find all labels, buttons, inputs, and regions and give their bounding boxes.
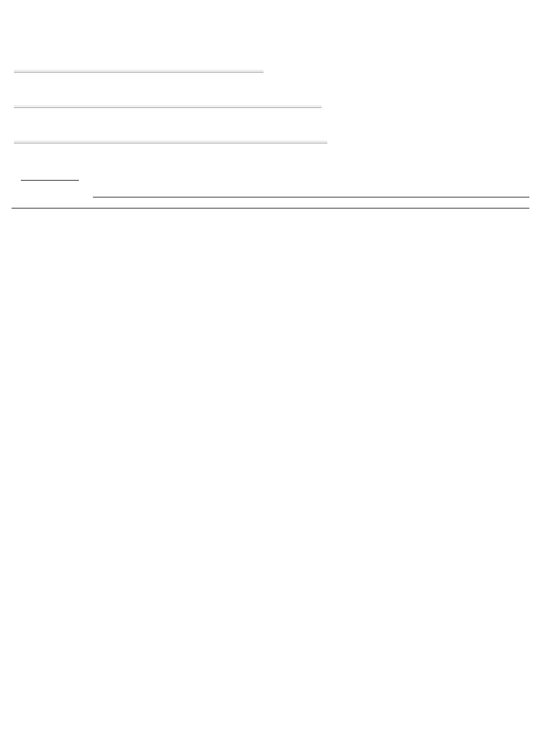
question-4-header	[0, 141, 534, 143]
q2-option-d[interactable]	[63, 89, 534, 98]
question-3-number	[0, 105, 14, 107]
judge-1-wrong[interactable]	[273, 218, 482, 226]
q5-option-d[interactable]	[93, 196, 529, 197]
question-3-text	[14, 105, 322, 108]
question-3-header	[0, 105, 534, 108]
judge-1-correct[interactable]	[64, 218, 273, 226]
question-5-text	[21, 174, 534, 183]
question-2-number	[0, 70, 14, 72]
q3-option-d[interactable]	[63, 124, 534, 134]
question-2-text	[14, 70, 264, 73]
question-4-text	[14, 141, 327, 143]
question-4-number	[0, 141, 14, 143]
question-2-header	[0, 70, 534, 73]
fill-blank[interactable]	[21, 180, 79, 181]
section-3-header	[12, 207, 529, 208]
judge-1-options	[64, 218, 534, 226]
q4-option-d[interactable]	[60, 155, 534, 164]
